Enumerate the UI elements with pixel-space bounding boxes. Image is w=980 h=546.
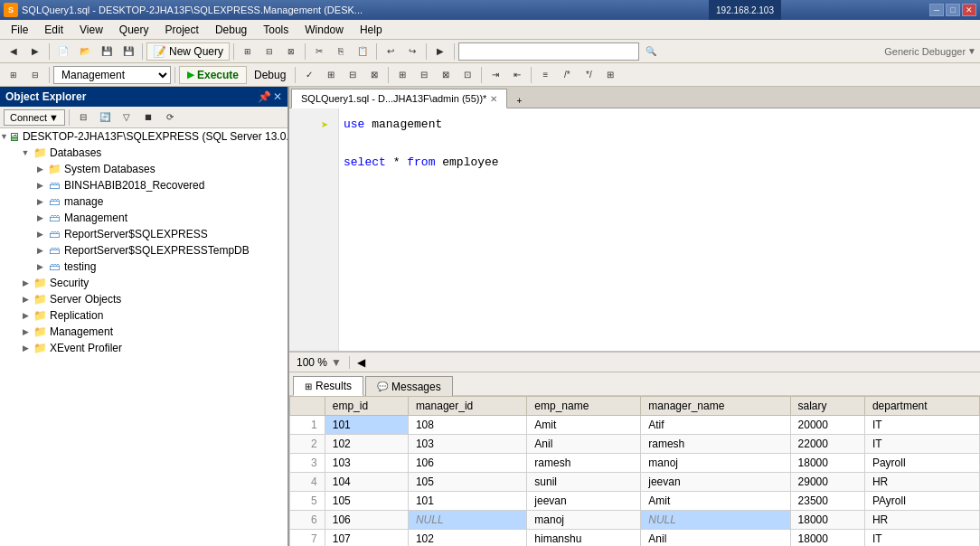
new-query-button[interactable]: 📝 New Query [146, 42, 230, 61]
connect-dropdown-icon[interactable]: ▼ [49, 112, 59, 123]
manage-expand-icon[interactable]: ▶ [33, 194, 47, 209]
copy-button[interactable]: ⎘ [331, 42, 351, 61]
menu-view[interactable]: View [72, 22, 110, 38]
search-button[interactable]: 🔍 [641, 42, 661, 61]
table-row[interactable]: 1101108AmitAtif20000IT [290, 416, 980, 435]
scroll-left-icon[interactable]: ◀ [357, 356, 365, 369]
new-button[interactable]: 📄 [53, 42, 73, 61]
tree-item-manage[interactable]: ▶ 🗃 manage [0, 193, 287, 210]
menu-project[interactable]: Project [158, 22, 206, 38]
oe-sync-button[interactable]: ⟳ [160, 108, 180, 127]
tree-item-databases[interactable]: ▼ 📁 Databases [0, 145, 287, 161]
new-tab-button[interactable]: + [513, 94, 525, 108]
results-tab[interactable]: ⊞ Results [293, 376, 363, 396]
run-button[interactable]: ▶ [430, 42, 450, 61]
restore-button[interactable]: □ [946, 4, 960, 16]
check-btn[interactable]: ✓ [299, 66, 319, 84]
tree-item-binshabib[interactable]: ▶ 🗃 BINSHABIB2018_Recovered [0, 177, 287, 193]
query-tab-active[interactable]: SQLQuery1.sql - D...JHA13F\admin (55))* … [291, 89, 507, 108]
menu-file[interactable]: File [4, 22, 35, 38]
menu-window[interactable]: Window [297, 22, 351, 38]
tree-item-management-folder[interactable]: ▶ 📁 Management [0, 324, 287, 340]
oe-close-icon[interactable]: ✕ [273, 90, 282, 103]
title-bar-controls[interactable]: ─ □ ✕ [929, 4, 976, 16]
parse-btn[interactable]: ⊞ [321, 66, 341, 84]
tree-item-reportserver[interactable]: ▶ 🗃 ReportServer$SQLEXPRESS [0, 226, 287, 242]
tb2-indent[interactable]: ⇥ [485, 66, 505, 84]
forward-button[interactable]: ▶ [25, 42, 45, 61]
table-row[interactable]: 5105101jeevanAmit23500PAyroll [290, 492, 980, 511]
table-row[interactable]: 7107102himanshuAnil18000IT [290, 530, 980, 547]
tree-item-replication[interactable]: ▶ 📁 Replication [0, 307, 287, 324]
tb2-align[interactable]: ≡ [535, 66, 555, 84]
cut-button[interactable]: ✂ [309, 42, 329, 61]
tb2-extra4[interactable]: ⊡ [457, 66, 477, 84]
tb2-btn2[interactable]: ⊟ [25, 66, 45, 84]
oe-pin-icon[interactable]: 📌 [258, 90, 271, 103]
server-expand-icon[interactable]: ▼ [0, 129, 8, 144]
minimize-button[interactable]: ─ [929, 4, 944, 16]
display-btn[interactable]: ⊟ [343, 66, 363, 84]
connect-button[interactable]: Connect ▼ [4, 109, 65, 126]
query-tab-close[interactable]: ✕ [490, 94, 497, 104]
redo-button[interactable]: ↪ [402, 42, 422, 61]
undo-button[interactable]: ↩ [381, 42, 400, 61]
oe-disconnect-button[interactable]: ⊟ [73, 108, 93, 127]
tb2-extra2[interactable]: ⊟ [414, 66, 434, 84]
table-row[interactable]: 3103106rameshmanoj18000Payroll [290, 454, 980, 473]
system-db-expand-icon[interactable]: ▶ [33, 162, 47, 176]
management-db-expand-icon[interactable]: ▶ [33, 211, 47, 225]
tb2-comment[interactable]: /* [557, 66, 577, 84]
oe-filter-button[interactable]: ▽ [117, 108, 137, 127]
tb2-options[interactable]: ⊞ [600, 66, 620, 84]
security-expand-icon[interactable]: ▶ [18, 276, 33, 290]
table-row[interactable]: 2102103Anilramesh22000IT [290, 435, 980, 454]
tree-item-system-databases[interactable]: ▶ 📁 System Databases [0, 161, 287, 177]
tree-item-testing[interactable]: ▶ 🗃 testing [0, 259, 287, 275]
menu-tools[interactable]: Tools [256, 22, 296, 38]
binshabib-expand-icon[interactable]: ▶ [33, 178, 47, 193]
back-button[interactable]: ◀ [4, 42, 24, 61]
management-folder-expand-icon[interactable]: ▶ [18, 325, 33, 339]
search-input[interactable] [458, 42, 639, 61]
tb2-outdent[interactable]: ⇤ [507, 66, 527, 84]
oe-refresh-button[interactable]: 🔄 [95, 108, 115, 127]
tree-item-server[interactable]: ▼ 🖥 DESKTOP-2JHA13F\SQLEXPRESS (SQL Serv… [0, 128, 287, 145]
query-editor[interactable]: ➤ use management select * from employee [289, 108, 980, 353]
server-objects-expand-icon[interactable]: ▶ [18, 292, 33, 306]
debugger-dropdown-icon[interactable]: ▼ [967, 46, 976, 56]
paste-button[interactable]: 📋 [353, 42, 372, 61]
save-all-button[interactable]: 💾 [118, 42, 138, 61]
save-button[interactable]: 💾 [97, 42, 117, 61]
close-button[interactable]: ✕ [962, 4, 976, 16]
execute-button[interactable]: ▶ Execute [179, 66, 247, 84]
menu-query[interactable]: Query [112, 22, 156, 38]
bulk-insert-button[interactable]: ⊞ [238, 42, 258, 61]
open-button[interactable]: 📂 [75, 42, 95, 61]
xevent-expand-icon[interactable]: ▶ [18, 341, 33, 355]
menu-help[interactable]: Help [353, 22, 390, 38]
ddl-button[interactable]: ⊠ [281, 42, 301, 61]
tree-item-management-db[interactable]: ▶ 🗃 Management [0, 210, 287, 226]
testing-expand-icon[interactable]: ▶ [33, 259, 47, 274]
reportserver-expand-icon[interactable]: ▶ [33, 227, 47, 241]
oe-stop-button[interactable]: ⏹ [138, 108, 158, 127]
tb2-extra1[interactable]: ⊞ [392, 66, 412, 84]
tree-item-security[interactable]: ▶ 📁 Security [0, 275, 287, 291]
messages-tab[interactable]: 💬 Messages [365, 376, 453, 396]
tree-item-reportservertempdb[interactable]: ▶ 🗃 ReportServer$SQLEXPRESSTempDB [0, 242, 287, 259]
dml-button[interactable]: ⊟ [259, 42, 279, 61]
tb2-uncomment[interactable]: */ [579, 66, 598, 84]
database-selector[interactable]: Management master manage testing [53, 66, 171, 84]
debug-label[interactable]: Debug [249, 67, 291, 83]
replication-expand-icon[interactable]: ▶ [18, 308, 33, 323]
tree-item-server-objects[interactable]: ▶ 📁 Server Objects [0, 291, 287, 307]
tb2-extra3[interactable]: ⊠ [436, 66, 456, 84]
reportservertempdb-expand-icon[interactable]: ▶ [33, 243, 47, 258]
menu-edit[interactable]: Edit [37, 22, 71, 38]
zoom-dropdown-icon[interactable]: ▼ [331, 356, 342, 369]
table-row[interactable]: 6106NULLmanojNULL18000HR [290, 511, 980, 530]
tb2-btn1[interactable]: ⊞ [4, 66, 24, 84]
results-btn[interactable]: ⊠ [364, 66, 384, 84]
menu-debug[interactable]: Debug [208, 22, 254, 38]
